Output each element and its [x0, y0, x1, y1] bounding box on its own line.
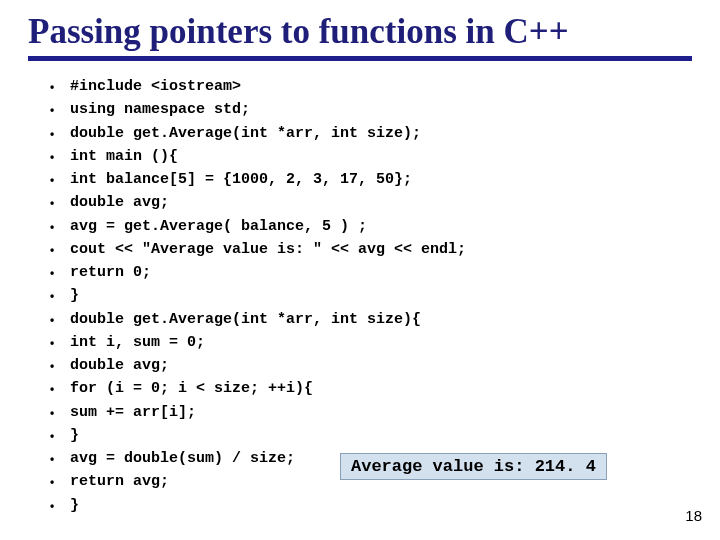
code-line: •return 0; — [50, 261, 692, 284]
code-line: •avg = get.Average( balance, 5 ) ; — [50, 215, 692, 238]
bullet-icon: • — [50, 261, 70, 283]
code-line: •double avg; — [50, 354, 692, 377]
slide: Passing pointers to functions in C++ •#i… — [0, 0, 720, 540]
code-line: •double avg; — [50, 191, 692, 214]
code-text: double get.Average(int *arr, int size); — [70, 122, 421, 145]
code-text: cout << "Average value is: " << avg << e… — [70, 238, 466, 261]
code-text: int balance[5] = {1000, 2, 3, 17, 50}; — [70, 168, 412, 191]
code-text: double get.Average(int *arr, int size){ — [70, 308, 421, 331]
title-underline — [28, 56, 692, 61]
bullet-icon: • — [50, 377, 70, 399]
code-text: using namespace std; — [70, 98, 250, 121]
code-text: sum += arr[i]; — [70, 401, 196, 424]
code-text: int main (){ — [70, 145, 178, 168]
bullet-icon: • — [50, 494, 70, 516]
code-line: •int i, sum = 0; — [50, 331, 692, 354]
code-listing: •#include <iostream> •using namespace st… — [28, 75, 692, 517]
code-line: •using namespace std; — [50, 98, 692, 121]
page-number: 18 — [685, 507, 702, 524]
bullet-icon: • — [50, 284, 70, 306]
slide-title: Passing pointers to functions in C++ — [28, 12, 692, 52]
bullet-icon: • — [50, 215, 70, 237]
output-callout: Average value is: 214. 4 — [340, 453, 607, 480]
bullet-icon: • — [50, 75, 70, 97]
bullet-icon: • — [50, 168, 70, 190]
bullet-icon: • — [50, 401, 70, 423]
code-line: •} — [50, 424, 692, 447]
bullet-icon: • — [50, 122, 70, 144]
code-line: •#include <iostream> — [50, 75, 692, 98]
bullet-icon: • — [50, 191, 70, 213]
code-line: •for (i = 0; i < size; ++i){ — [50, 377, 692, 400]
bullet-icon: • — [50, 98, 70, 120]
code-text: #include <iostream> — [70, 75, 241, 98]
code-line: •} — [50, 494, 692, 517]
code-line: •int balance[5] = {1000, 2, 3, 17, 50}; — [50, 168, 692, 191]
code-text: double avg; — [70, 191, 169, 214]
code-text: avg = double(sum) / size; — [70, 447, 295, 470]
code-text: return avg; — [70, 470, 169, 493]
code-line: •int main (){ — [50, 145, 692, 168]
code-line: •} — [50, 284, 692, 307]
code-text: return 0; — [70, 261, 151, 284]
bullet-icon: • — [50, 470, 70, 492]
code-text: for (i = 0; i < size; ++i){ — [70, 377, 313, 400]
code-line: •double get.Average(int *arr, int size); — [50, 122, 692, 145]
code-line: •sum += arr[i]; — [50, 401, 692, 424]
bullet-icon: • — [50, 447, 70, 469]
bullet-icon: • — [50, 354, 70, 376]
code-line: •double get.Average(int *arr, int size){ — [50, 308, 692, 331]
bullet-icon: • — [50, 238, 70, 260]
bullet-icon: • — [50, 331, 70, 353]
code-text: } — [70, 284, 79, 307]
code-text: double avg; — [70, 354, 169, 377]
code-text: } — [70, 424, 79, 447]
code-line: •cout << "Average value is: " << avg << … — [50, 238, 692, 261]
bullet-icon: • — [50, 145, 70, 167]
code-text: int i, sum = 0; — [70, 331, 205, 354]
code-text: } — [70, 494, 79, 517]
bullet-icon: • — [50, 308, 70, 330]
code-text: avg = get.Average( balance, 5 ) ; — [70, 215, 367, 238]
bullet-icon: • — [50, 424, 70, 446]
